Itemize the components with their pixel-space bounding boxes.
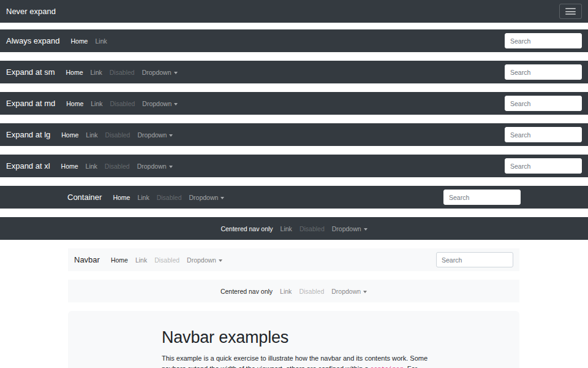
chevron-down-icon [169,134,173,137]
brand-container[interactable]: Container [67,193,102,202]
search-input[interactable] [505,64,582,80]
nav-link-centered-nav-only[interactable]: Centered nav only [217,225,276,232]
chevron-down-icon [219,259,222,262]
hamburger-icon [565,8,576,9]
nav-link-link[interactable]: Link [134,194,153,201]
jumbotron-column: Navbar examples This example is a quick … [162,328,430,368]
nav-link-home[interactable]: Home [58,163,82,170]
nav-links: Centered nav only Link Disabled Dropdown [217,288,371,295]
nav-link-centered-nav-only[interactable]: Centered nav only [217,288,276,295]
navbar-expand-xl: Expand at xl Home Link Disabled Dropdown [0,155,588,177]
chevron-down-icon [169,166,173,168]
chevron-down-icon [221,197,224,199]
nav-link-link[interactable]: Link [82,163,101,170]
nav-link-home[interactable]: Home [62,69,87,76]
nav-link-link[interactable]: Link [276,288,295,295]
nav-link-dropdown[interactable]: Dropdown [328,225,371,232]
nav-link-link[interactable]: Link [82,131,101,139]
nav-link-dropdown[interactable]: Dropdown [134,131,176,139]
nav-link-link[interactable]: Link [87,69,106,76]
brand-expand-xl[interactable]: Expand at xl [6,161,50,171]
nav-link-disabled: Disabled [107,100,139,107]
chevron-down-icon [364,228,368,231]
nav-link-link[interactable]: Link [132,256,151,264]
nav-links: Centered nav only Link Disabled Dropdown [217,225,371,232]
navbar-container: Container Home Link Disabled Dropdown [0,186,588,209]
nav-link-dropdown[interactable]: Dropdown [186,194,228,201]
navbar-never-expand: Never expand [0,0,588,23]
nav-links: Home Link Disabled Dropdown [107,256,226,264]
hamburger-icon [565,13,576,15]
nav-links: Home Link [67,37,110,45]
nav-links: Home Link Disabled Dropdown [62,100,181,107]
navbar-centered-dark: Centered nav only Link Disabled Dropdown [0,217,588,240]
brand-expand-lg[interactable]: Expand at lg [6,130,50,139]
navbar-expand-md: Expand at md Home Link Disabled Dropdown [0,92,588,115]
nav-link-home[interactable]: Home [109,194,134,201]
nav-link-disabled: Disabled [101,163,134,170]
nav-link-dropdown[interactable]: Dropdown [138,100,181,107]
nav-link-dropdown[interactable]: Dropdown [134,163,176,170]
nav-link-home[interactable]: Home [107,256,132,264]
navbar-container-inner: Container Home Link Disabled Dropdown [67,186,521,209]
nav-link-home[interactable]: Home [58,131,82,139]
chevron-down-icon [174,103,178,105]
jumbotron: Navbar examples This example is a quick … [68,311,519,368]
brand-navbar[interactable]: Navbar [74,255,100,264]
nav-link-dropdown[interactable]: Dropdown [138,69,181,76]
chevron-down-icon [363,291,367,293]
nav-link-dropdown[interactable]: Dropdown [183,256,226,264]
navbar-expand-lg: Expand at lg Home Link Disabled Dropdown [0,123,588,146]
nav-link-home[interactable]: Home [67,37,91,45]
brand-always-expand[interactable]: Always expand [6,36,59,45]
search-input[interactable] [505,158,582,174]
hamburger-icon [565,11,576,12]
search-input[interactable] [505,127,582,142]
navbar-light: Navbar Home Link Disabled Dropdown [68,248,519,271]
chevron-down-icon [174,72,178,74]
navbar-expand-sm: Expand at sm Home Link Disabled Dropdown [0,61,588,83]
nav-link-disabled: Disabled [151,256,183,264]
nav-link-home[interactable]: Home [62,100,87,107]
intro-text-after: . For [404,365,418,368]
nav-link-dropdown[interactable]: Dropdown [328,288,371,295]
navbar-centered-light: Centered nav only Link Disabled Dropdown [68,280,519,302]
navbar-toggler-button[interactable] [559,4,582,19]
nav-links: Home Link Disabled Dropdown [58,163,176,170]
nav-links: Home Link Disabled Dropdown [62,69,181,76]
search-input[interactable] [505,33,582,48]
nav-links: Home Link Disabled Dropdown [58,131,176,139]
brand-expand-sm[interactable]: Expand at sm [6,67,55,77]
search-input[interactable] [436,252,513,267]
brand-expand-md[interactable]: Expand at md [6,99,55,108]
nav-link-link[interactable]: Link [277,225,296,232]
nav-link-disabled: Disabled [102,131,134,139]
nav-link-disabled: Disabled [296,225,328,232]
search-input[interactable] [443,190,521,205]
navbar-always-expand: Always expand Home Link [0,29,588,52]
nav-link-disabled: Disabled [295,288,328,295]
nav-link-disabled: Disabled [106,69,138,76]
search-input[interactable] [505,96,582,111]
nav-link-disabled: Disabled [153,194,186,201]
page-title: Navbar examples [162,328,430,347]
nav-link-link[interactable]: Link [91,37,110,45]
brand-never-expand[interactable]: Never expand [6,7,56,16]
intro-paragraph: This example is a quick exercise to illu… [162,353,430,368]
nav-link-link[interactable]: Link [87,100,106,107]
nav-links: Home Link Disabled Dropdown [109,194,228,201]
